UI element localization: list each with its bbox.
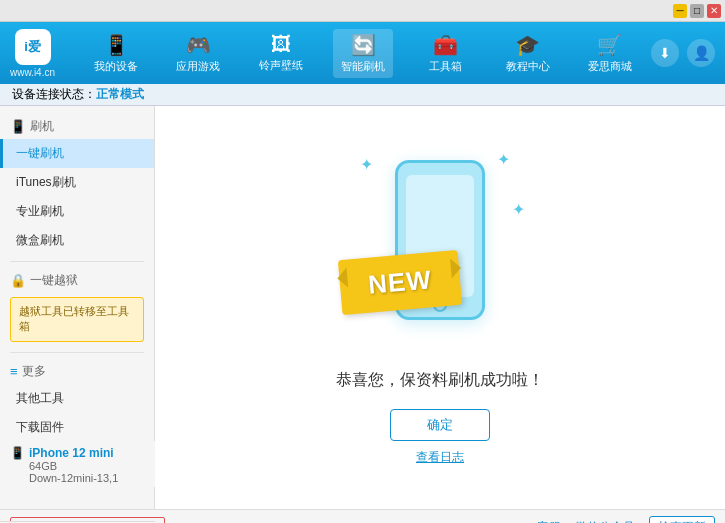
store-label: 爱思商城 <box>588 59 632 74</box>
nav-smart-flash[interactable]: 🔄 智能刷机 <box>333 29 393 78</box>
pro-flash-label: 专业刷机 <box>16 204 64 218</box>
nav-items: 📱 我的设备 🎮 应用游戏 🖼 铃声壁纸 🔄 智能刷机 🧰 工具箱 🎓 教程中心… <box>75 29 651 78</box>
ribbon-text: NEW <box>367 264 433 300</box>
sparkle-icon-1: ✦ <box>360 155 373 174</box>
device-firmware: Down-12mini-13,1 <box>29 472 118 484</box>
jailbreak-section-label: 一键越狱 <box>30 272 78 289</box>
sidebar-section-flash: 📱 刷机 <box>0 114 154 139</box>
smart-flash-label: 智能刷机 <box>341 59 385 74</box>
nav-store[interactable]: 🛒 爱思商城 <box>580 29 640 78</box>
more-section-label: 更多 <box>22 363 46 380</box>
flash-section-label: 刷机 <box>30 118 54 135</box>
sidebar-item-one-click-flash[interactable]: 一键刷机 <box>0 139 154 168</box>
flash-section-icon: 📱 <box>10 119 26 134</box>
toolbox-icon: 🧰 <box>433 33 458 57</box>
status-right: V7.98.66 客服 微信公众号 检查更新 <box>165 516 715 523</box>
confirm-button[interactable]: 确定 <box>390 409 490 441</box>
toolbox-label: 工具箱 <box>429 59 462 74</box>
wechat-link[interactable]: 微信公众号 <box>575 519 635 523</box>
itunes-flash-label: iTunes刷机 <box>16 175 76 189</box>
device-info-panel: 📱 iPhone 12 mini 64GB Down-12mini-13,1 <box>10 441 155 487</box>
tutorial-icon: 🎓 <box>515 33 540 57</box>
check-update-button[interactable]: 检查更新 <box>649 516 715 523</box>
apps-label: 应用游戏 <box>176 59 220 74</box>
title-bar: ─ □ ✕ <box>0 0 725 22</box>
sidebar-item-download-firmware[interactable]: 下载固件 <box>0 413 154 442</box>
apps-icon: 🎮 <box>186 33 211 57</box>
sidebar-divider-1 <box>10 261 144 262</box>
sidebar-divider-2 <box>10 352 144 353</box>
nav-right: ⬇ 👤 <box>651 39 715 67</box>
device-details: iPhone 12 mini 64GB Down-12mini-13,1 <box>29 446 118 484</box>
minimize-button[interactable]: ─ <box>673 4 687 18</box>
nav-my-device[interactable]: 📱 我的设备 <box>86 29 146 78</box>
app-logo: i爱 www.i4.cn <box>10 29 55 78</box>
wallpaper-label: 铃声壁纸 <box>259 58 303 73</box>
illustration: ✦ ✦ ✦ NEW <box>350 150 530 350</box>
navbar: i爱 www.i4.cn 📱 我的设备 🎮 应用游戏 🖼 铃声壁纸 🔄 智能刷机… <box>0 22 725 84</box>
content-area: ✦ ✦ ✦ NEW 恭喜您，保资料刷机成功啦！ 确定 查看日志 <box>155 106 725 509</box>
more-section-icon: ≡ <box>10 364 18 379</box>
connection-label: 设备连接状态： <box>12 86 96 103</box>
jailbreak-notice: 越狱工具已转移至工具箱 <box>10 297 144 342</box>
my-device-icon: 📱 <box>104 33 129 57</box>
download-button[interactable]: ⬇ <box>651 39 679 67</box>
view-log-link[interactable]: 查看日志 <box>416 449 464 466</box>
customer-service-link[interactable]: 客服 <box>537 519 561 523</box>
smart-flash-icon: 🔄 <box>351 33 376 57</box>
store-icon: 🛒 <box>597 33 622 57</box>
sidebar-section-more: ≡ 更多 <box>0 359 154 384</box>
other-tools-label: 其他工具 <box>16 391 64 405</box>
sidebar-item-pro-flash[interactable]: 专业刷机 <box>0 197 154 226</box>
success-message: 恭喜您，保资料刷机成功啦！ <box>336 370 544 391</box>
nav-wallpaper[interactable]: 🖼 铃声壁纸 <box>251 29 311 77</box>
device-name: iPhone 12 mini <box>29 446 118 460</box>
device-icon: 📱 <box>10 446 25 460</box>
sidebar-item-itunes-flash[interactable]: iTunes刷机 <box>0 168 154 197</box>
nav-tutorial[interactable]: 🎓 教程中心 <box>498 29 558 78</box>
sparkle-icon-2: ✦ <box>497 150 510 169</box>
nav-toolbox[interactable]: 🧰 工具箱 <box>415 29 475 78</box>
wallpaper-icon: 🖼 <box>271 33 291 56</box>
sidebar-item-micro-flash[interactable]: 微盒刷机 <box>0 226 154 255</box>
micro-flash-label: 微盒刷机 <box>16 233 64 247</box>
tutorial-label: 教程中心 <box>506 59 550 74</box>
connection-value: 正常模式 <box>96 86 144 103</box>
jailbreak-notice-text: 越狱工具已转移至工具箱 <box>19 305 129 332</box>
one-click-flash-label: 一键刷机 <box>16 146 64 160</box>
logo-icon: i爱 <box>15 29 51 65</box>
lock-icon: 🔒 <box>10 273 26 288</box>
maximize-button[interactable]: □ <box>690 4 704 18</box>
new-ribbon: NEW <box>338 249 462 314</box>
sparkle-icon-3: ✦ <box>512 200 525 219</box>
download-firmware-label: 下载固件 <box>16 420 64 434</box>
device-info: 📱 iPhone 12 mini 64GB Down-12mini-13,1 <box>10 443 155 487</box>
sidebar-item-other-tools[interactable]: 其他工具 <box>0 384 154 413</box>
user-button[interactable]: 👤 <box>687 39 715 67</box>
close-button[interactable]: ✕ <box>707 4 721 18</box>
sidebar-section-jailbreak: 🔒 一键越狱 <box>0 268 154 293</box>
connection-status-bar: 设备连接状态： 正常模式 <box>0 84 725 106</box>
nav-apps[interactable]: 🎮 应用游戏 <box>168 29 228 78</box>
device-storage: 64GB <box>29 460 118 472</box>
logo-subtitle: www.i4.cn <box>10 67 55 78</box>
my-device-label: 我的设备 <box>94 59 138 74</box>
